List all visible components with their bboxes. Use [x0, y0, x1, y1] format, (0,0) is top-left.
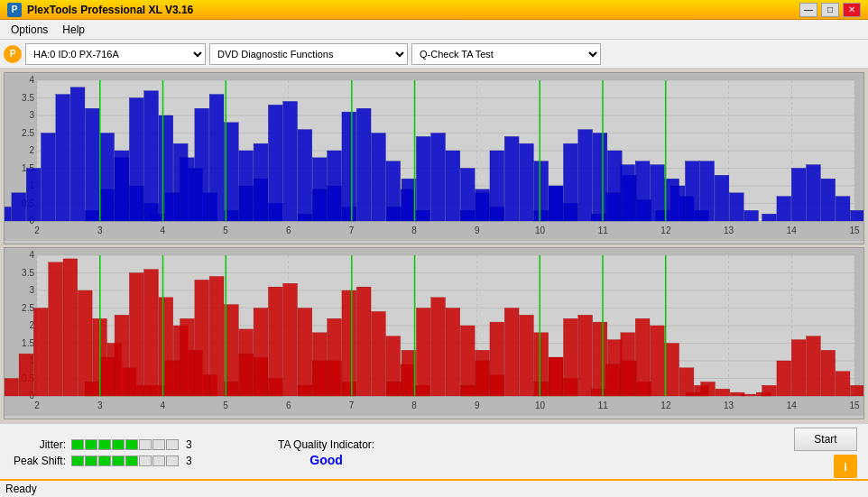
- meter-cell-6: [152, 456, 165, 466]
- meter-cell-7: [166, 439, 179, 450]
- minimize-button[interactable]: —: [799, 3, 817, 17]
- jitter-value: 3: [186, 438, 192, 451]
- menu-bar: Options Help: [0, 20, 868, 40]
- ta-quality-area: TA Quality Indicator: Good: [278, 438, 374, 467]
- ta-quality-value: Good: [309, 453, 343, 467]
- toolbar: P HA:0 ID:0 PX-716A DVD Diagnostic Funct…: [0, 40, 868, 69]
- meter-cell-0: [71, 456, 84, 466]
- meter-cell-1: [85, 456, 97, 466]
- meter-cell-6: [152, 439, 165, 450]
- peakshift-meter: [71, 456, 179, 466]
- maximize-button[interactable]: □: [821, 3, 839, 17]
- test-select[interactable]: Q-Check TA Test: [411, 43, 601, 65]
- meter-cell-3: [112, 439, 125, 450]
- bottom-chart-canvas: [5, 248, 863, 416]
- status-text: Ready: [5, 483, 37, 495]
- top-chart-canvas: [5, 73, 863, 241]
- peakshift-value: 3: [186, 455, 192, 467]
- meter-cell-2: [98, 439, 111, 450]
- main-content: Jitter: 3 Peak Shift: 3 TA Quality Indic…: [0, 69, 868, 479]
- start-button[interactable]: Start: [794, 428, 857, 451]
- meter-cell-4: [125, 456, 138, 466]
- top-chart: [4, 72, 864, 244]
- meter-cell-5: [139, 439, 152, 450]
- meter-cell-2: [98, 456, 111, 466]
- drive-select[interactable]: HA:0 ID:0 PX-716A: [25, 43, 206, 65]
- meter-cell-5: [139, 456, 152, 466]
- info-button[interactable]: i: [834, 455, 857, 478]
- jitter-meter: [71, 439, 179, 450]
- status-bar: Ready: [0, 479, 868, 497]
- title-bar: P PlexTools Professional XL V3.16 — □ ✕: [0, 0, 868, 20]
- drive-icon: P: [4, 45, 22, 63]
- ta-quality-label: TA Quality Indicator:: [278, 438, 374, 451]
- peakshift-row: Peak Shift: 3: [7, 455, 242, 467]
- function-select[interactable]: DVD Diagnostic Functions: [209, 43, 408, 65]
- bottom-area: Jitter: 3 Peak Shift: 3 TA Quality Indic…: [0, 423, 868, 479]
- bottom-chart: [4, 247, 864, 419]
- start-button-area: Start i: [794, 428, 861, 478]
- app-icon: P: [7, 3, 22, 17]
- meter-cell-3: [112, 456, 125, 466]
- meter-cell-7: [166, 456, 179, 466]
- title-bar-left: P PlexTools Professional XL V3.16: [7, 3, 193, 17]
- title-controls: — □ ✕: [799, 3, 861, 17]
- charts-area: [0, 69, 868, 423]
- meter-cell-1: [85, 439, 97, 450]
- meter-cell-4: [125, 439, 138, 450]
- jitter-row: Jitter: 3: [7, 438, 242, 451]
- metrics-area: Jitter: 3 Peak Shift: 3: [7, 438, 242, 467]
- menu-item-options[interactable]: Options: [4, 22, 55, 38]
- menu-item-help[interactable]: Help: [55, 22, 92, 38]
- jitter-label: Jitter:: [7, 438, 66, 451]
- title-text: PlexTools Professional XL V3.16: [27, 4, 193, 16]
- peakshift-label: Peak Shift:: [7, 455, 66, 467]
- close-button[interactable]: ✕: [843, 3, 861, 17]
- meter-cell-0: [71, 439, 84, 450]
